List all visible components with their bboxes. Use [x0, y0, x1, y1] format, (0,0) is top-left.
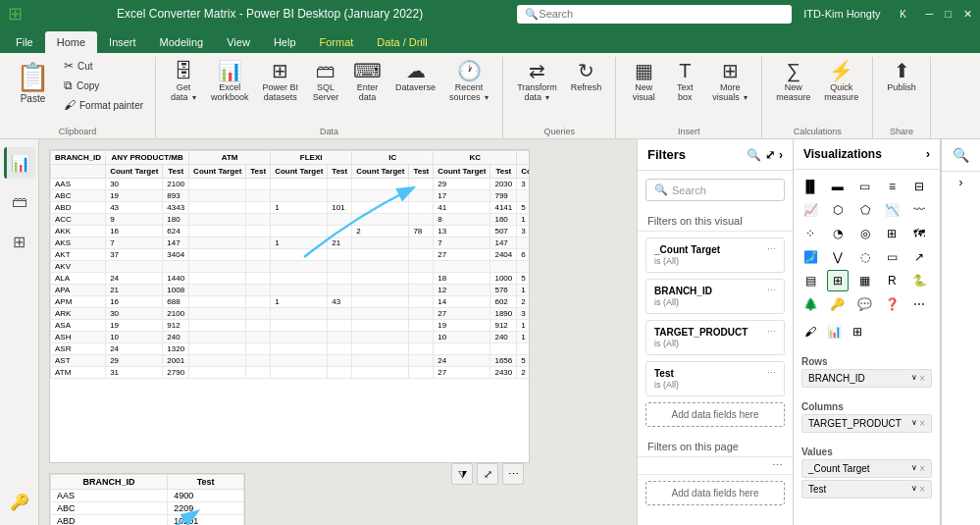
minimize-btn[interactable]: ─ [926, 8, 934, 20]
viz-columns-product-remove[interactable]: × [919, 418, 925, 429]
filters-search-icon[interactable]: 🔍 [747, 148, 761, 162]
viz-area-btn[interactable]: ⬡ [827, 199, 849, 221]
viz-gauge-btn[interactable]: ◌ [854, 246, 876, 268]
viz-scatter-btn[interactable]: ⁘ [799, 223, 821, 244]
refresh-button[interactable]: ↻ Refresh [565, 57, 608, 96]
more-visuals-button[interactable]: ⊞ Morevisuals ▾ [706, 57, 753, 106]
viz-funnel-btn[interactable]: ⋁ [827, 246, 849, 268]
fields-expand-icon[interactable]: › [959, 176, 963, 189]
maximize-btn[interactable]: □ [945, 8, 952, 20]
publish-button[interactable]: ⬆ Publish [881, 57, 922, 96]
viz-more-btn[interactable]: ⋯ [908, 293, 930, 315]
cut-button[interactable]: ✂ Cut [60, 57, 147, 75]
tab-insert[interactable]: Insert [97, 31, 148, 53]
filter-target-more-btn[interactable]: ⋯ [767, 327, 776, 337]
filters-page-more[interactable]: ⋯ [638, 457, 793, 475]
filter-card-test[interactable]: ⋯ Test is (All) [645, 361, 785, 396]
enter-data-button[interactable]: ⌨ Enterdata [347, 57, 387, 106]
filters-expand-icon[interactable]: ⤢ [765, 148, 775, 162]
viz-matrix-btn[interactable]: ▦ [854, 270, 876, 291]
viz-format-btn[interactable]: 🖌 [799, 321, 821, 342]
sidebar-report-icon[interactable]: 📊 [4, 147, 35, 179]
excel-workbook-button[interactable]: 📊 Excelworkbook [205, 57, 255, 106]
viz-card-btn[interactable]: ▭ [881, 246, 903, 268]
add-page-fields-btn[interactable]: Add data fields here [645, 481, 785, 505]
tab-home[interactable]: Home [45, 31, 97, 53]
viz-python-btn[interactable]: 🐍 [908, 270, 930, 291]
title-search-input[interactable] [539, 8, 784, 20]
viz-stacked-bar-btn[interactable]: ▬ [827, 176, 849, 197]
tab-file[interactable]: File [4, 31, 45, 53]
viz-fields-btn[interactable]: ⊞ [847, 321, 868, 342]
tab-data-drill[interactable]: Data / Drill [365, 31, 438, 53]
viz-hstacked-btn[interactable]: ⊟ [908, 176, 930, 197]
viz-kpi-btn[interactable]: ↗ [908, 246, 930, 268]
viz-ribbon-btn[interactable]: 〰 [908, 199, 930, 221]
add-visual-fields-btn[interactable]: Add data fields here [645, 402, 785, 427]
viz-values-count-remove[interactable]: × [919, 463, 925, 474]
recent-sources-button[interactable]: 🕐 Recentsources ▾ [443, 57, 494, 106]
filters-search[interactable]: 🔍 Search [645, 179, 785, 201]
viz-filled-map-btn[interactable]: 🗾 [799, 246, 821, 268]
viz-panel-expand[interactable]: › [926, 147, 930, 161]
viz-rows-item-branch[interactable]: BRANCH_ID ∨ × [801, 369, 932, 388]
filter-more-btn[interactable]: ⋯ [767, 244, 776, 254]
filter-branch-more-btn[interactable]: ⋯ [767, 286, 776, 295]
viz-columns-product-chevron[interactable]: ∨ [911, 418, 917, 429]
viz-columns-item-product[interactable]: TARGET_PRODUCT ∨ × [801, 414, 932, 433]
viz-values-count-chevron[interactable]: ∨ [911, 463, 917, 474]
viz-values-item-test[interactable]: Test ∨ × [801, 480, 932, 499]
expand-visual-btn[interactable]: ⤢ [477, 463, 498, 485]
get-data-button[interactable]: 🗄 Getdata ▾ [164, 57, 203, 106]
viz-map-btn[interactable]: 🗺 [908, 223, 930, 244]
viz-values-item-count[interactable]: _Count Target ∨ × [801, 459, 932, 478]
fields-search-icon[interactable]: 🔍 [953, 147, 969, 163]
viz-rows-branch-chevron[interactable]: ∨ [911, 373, 917, 384]
viz-slicer-btn[interactable]: ▤ [799, 270, 821, 291]
paste-button[interactable]: 📋 Paste [8, 57, 58, 108]
format-painter-button[interactable]: 🖌 Format painter [60, 96, 147, 114]
viz-100bar-btn[interactable]: ▭ [854, 176, 876, 197]
small-table[interactable]: BRANCH_ID Test AAS4900 ABC2209 ABD10201 … [49, 473, 245, 525]
more-options-btn[interactable]: ⋯ [502, 463, 524, 485]
viz-r-visual-btn[interactable]: R [881, 270, 903, 291]
viz-table-btn[interactable]: ⊞ [827, 270, 849, 291]
filter-visual-btn[interactable]: ⧩ [451, 463, 473, 485]
new-visual-button[interactable]: ▦ Newvisual [624, 57, 663, 106]
new-measure-button[interactable]: ∑ Newmeasure [770, 57, 816, 106]
filter-card-branch-id[interactable]: ⋯ BRANCH_ID is (All) [645, 279, 785, 314]
quick-measure-button[interactable]: ⚡ Quickmeasure [818, 57, 864, 106]
filter-card-count-target[interactable]: ⋯ _Count Target is (All) [645, 237, 785, 273]
viz-analytics-btn[interactable]: 📊 [823, 321, 845, 342]
filter-test-more-btn[interactable]: ⋯ [767, 368, 776, 378]
viz-hbar-btn[interactable]: ≡ [881, 176, 903, 197]
main-matrix-table[interactable]: BRANCH_ID ANY PRODUCT/MB ATM FLEXI IC KC… [49, 149, 530, 463]
viz-values-test-chevron[interactable]: ∨ [911, 484, 917, 495]
viz-bar-chart-btn[interactable]: ▐▌ [799, 176, 821, 197]
tab-modeling[interactable]: Modeling [148, 31, 216, 53]
viz-line-btn[interactable]: 📈 [799, 199, 821, 221]
filter-card-target-product[interactable]: ⋯ TARGET_PRODUCT is (All) [645, 320, 785, 355]
viz-rows-branch-remove[interactable]: × [919, 373, 925, 384]
viz-treemap-btn[interactable]: ⊞ [881, 223, 903, 244]
tab-view[interactable]: View [215, 31, 262, 53]
close-btn[interactable]: ✕ [963, 8, 972, 21]
sidebar-dax-icon[interactable]: 🔑 [4, 486, 35, 517]
viz-stacked-area-btn[interactable]: ⬠ [854, 199, 876, 221]
text-box-button[interactable]: T Textbox [665, 57, 704, 106]
filters-more-icon[interactable]: › [779, 148, 783, 162]
tab-help[interactable]: Help [262, 31, 308, 53]
sidebar-data-icon[interactable]: 🗃 [4, 186, 35, 218]
transform-data-button[interactable]: ⇄ Transformdata ▾ [511, 57, 563, 106]
viz-smart-narrative-btn[interactable]: 💬 [854, 293, 876, 315]
dataverse-button[interactable]: ☁ Dataverse [389, 57, 441, 96]
sql-server-button[interactable]: 🗃 SQLServer [306, 57, 345, 106]
viz-values-test-remove[interactable]: × [919, 484, 925, 495]
sidebar-model-icon[interactable]: ⊞ [4, 226, 35, 257]
viz-pie-btn[interactable]: ◔ [827, 223, 849, 244]
viz-key-influencers-btn[interactable]: 🔑 [827, 293, 849, 315]
powerbi-datasets-button[interactable]: ⊞ Power BIdatasets [257, 57, 305, 106]
copy-button[interactable]: ⧉ Copy [60, 77, 147, 94]
tab-format[interactable]: Format [308, 31, 366, 53]
viz-decomp-tree-btn[interactable]: 🌲 [799, 293, 821, 315]
